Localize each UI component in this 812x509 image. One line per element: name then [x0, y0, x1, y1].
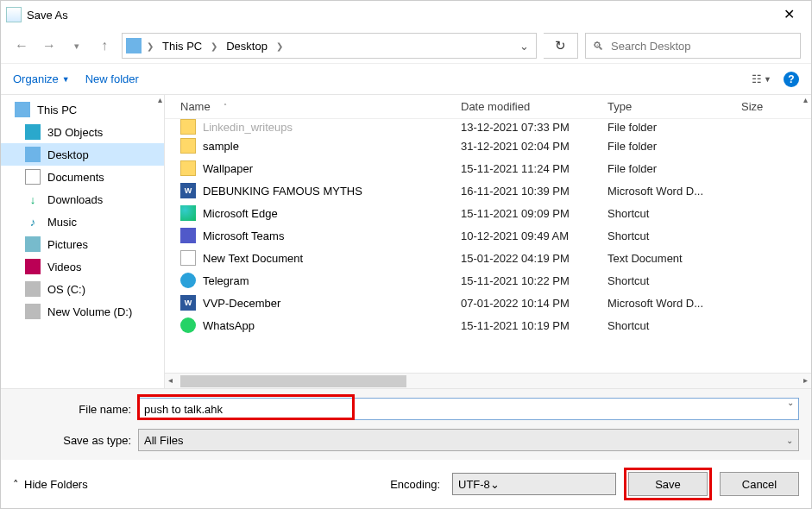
file-row[interactable]: New Text Document15-01-2022 04:19 PMText… [165, 247, 811, 269]
app-icon [6, 7, 22, 22]
music-icon: ♪ [25, 214, 41, 229]
new-folder-button[interactable]: New folder [85, 72, 139, 85]
encoding-combo[interactable]: UTF-8 ⌄ [452, 473, 616, 495]
column-type[interactable]: Type [607, 100, 741, 113]
file-row[interactable]: sample31-12-2021 02:04 PMFile folder [165, 135, 811, 157]
file-date: 10-12-2021 09:49 AM [461, 229, 607, 242]
cancel-button[interactable]: Cancel [720, 472, 799, 496]
folder-icon [180, 138, 196, 154]
search-placeholder: Search Desktop [611, 40, 691, 53]
doc-icon [25, 169, 41, 185]
file-name: sample [203, 140, 239, 153]
file-row[interactable]: WhatsApp15-11-2021 10:19 PMShortcut [165, 314, 811, 336]
folder-icon [180, 119, 196, 135]
nav-item-new-volume-d-[interactable]: New Volume (D:) [1, 300, 164, 323]
down-icon: ↓ [25, 192, 41, 207]
nav-item-desktop[interactable]: Desktop [1, 143, 164, 166]
chevron-right-icon[interactable]: ❯ [145, 41, 155, 51]
nav-this-pc[interactable]: This PC [1, 98, 164, 121]
txt-icon [180, 250, 196, 266]
nav-item-3d-objects[interactable]: 3D Objects [1, 121, 164, 143]
back-button[interactable]: ← [11, 35, 32, 56]
organize-button[interactable]: Organize▼ [13, 72, 70, 85]
pc-icon [15, 102, 30, 117]
scroll-up-icon[interactable]: ▴ [803, 95, 808, 104]
scroll-left-icon[interactable]: ◂ [168, 375, 173, 385]
nav-item-label: Music [47, 216, 77, 229]
breadcrumb-desktop[interactable]: Desktop [223, 40, 271, 53]
nav-item-videos[interactable]: Videos [1, 255, 164, 278]
pic-icon [25, 236, 41, 252]
file-date: 31-12-2021 02:04 PM [461, 140, 607, 153]
forward-button[interactable]: → [39, 35, 60, 56]
file-type: File folder [607, 121, 741, 134]
telegram-icon [180, 273, 196, 288]
scrollbar-thumb[interactable] [180, 375, 406, 387]
breadcrumb-dropdown[interactable]: ⌄ [515, 40, 532, 53]
monitor-icon [25, 147, 41, 162]
search-icon: 🔍︎ [593, 40, 604, 53]
file-row[interactable]: Microsoft Edge15-11-2021 09:09 PMShortcu… [165, 202, 811, 224]
column-name[interactable]: Name ˄ [180, 100, 461, 113]
nav-item-label: Desktop [47, 148, 89, 161]
column-headers[interactable]: Name ˄ Date modified Type Size [165, 95, 811, 119]
column-size[interactable]: Size [741, 100, 776, 113]
nav-item-label: Videos [47, 261, 82, 273]
nav-item-label: Pictures [47, 238, 88, 251]
file-row[interactable]: Telegram15-11-2021 10:22 PMShortcut [165, 269, 811, 292]
nav-item-downloads[interactable]: ↓Downloads [1, 188, 164, 211]
file-type: Shortcut [607, 229, 741, 242]
file-date: 13-12-2021 07:33 PM [461, 121, 607, 134]
file-type: Microsoft Word D... [607, 185, 741, 198]
file-type: Text Document [607, 252, 741, 265]
help-button[interactable]: ? [784, 72, 799, 87]
nav-item-label: Documents [47, 171, 104, 184]
savetype-combo[interactable]: All Files ⌄ [138, 429, 799, 451]
column-date[interactable]: Date modified [461, 100, 607, 113]
scroll-up-icon[interactable]: ▴ [158, 95, 162, 104]
file-row[interactable]: WVVP-December07-01-2022 10:14 PMMicrosof… [165, 292, 811, 314]
file-name: Microsoft Edge [203, 207, 278, 220]
search-input[interactable]: 🔍︎ Search Desktop [585, 33, 801, 59]
hide-folders-button[interactable]: ˄ Hide Folders [13, 478, 88, 491]
pc-icon [126, 38, 142, 53]
save-form: File name: ⌄ Save as type: All Files ⌄ [1, 388, 811, 460]
save-button[interactable]: Save [628, 472, 708, 496]
chevron-right-icon[interactable]: ❯ [274, 41, 285, 51]
navigation-pane: ▴ This PC 3D ObjectsDesktopDocuments↓Dow… [1, 95, 165, 388]
file-row[interactable]: Wallpaper15-11-2021 11:24 PMFile folder [165, 157, 811, 179]
close-button[interactable]: ✕ [771, 1, 806, 28]
nav-item-pictures[interactable]: Pictures [1, 233, 164, 255]
recent-locations-button[interactable]: ▾ [66, 35, 87, 56]
file-name: DEBUNKING FAMOUS MYTHS [203, 185, 362, 198]
file-date: 15-11-2021 10:19 PM [461, 319, 607, 332]
file-row[interactable]: WDEBUNKING FAMOUS MYTHS16-11-2021 10:39 … [165, 179, 811, 202]
nav-item-label: Downloads [47, 193, 103, 206]
refresh-button[interactable]: ↻ [544, 33, 578, 59]
file-name: Microsoft Teams [203, 229, 284, 242]
file-name: Telegram [203, 274, 249, 287]
up-button[interactable]: ↑ [94, 35, 115, 56]
horizontal-scrollbar[interactable]: ◂ ▸ [165, 373, 811, 388]
nav-item-os-c-[interactable]: OS (C:) [1, 278, 164, 300]
nav-item-music[interactable]: ♪Music [1, 211, 164, 233]
window-title: Save As [27, 9, 771, 22]
toolbar: Organize▼ New folder ☷ ▼ ? [1, 63, 811, 94]
scroll-right-icon[interactable]: ▸ [803, 375, 808, 385]
nav-item-documents[interactable]: Documents [1, 166, 164, 188]
filename-input[interactable] [138, 398, 799, 420]
address-bar: ← → ▾ ↑ ❯ This PC ❯ Desktop ❯ ⌄ ↻ 🔍︎ Sea… [1, 28, 811, 63]
teams-icon [180, 228, 196, 243]
3d-icon [25, 124, 41, 140]
word-icon: W [180, 183, 196, 198]
word-icon: W [180, 295, 196, 311]
chevron-down-icon[interactable]: ⌄ [787, 398, 794, 407]
file-row[interactable]: Microsoft Teams10-12-2021 09:49 AMShortc… [165, 224, 811, 247]
file-name: Wallpaper [203, 162, 253, 175]
breadcrumb[interactable]: ❯ This PC ❯ Desktop ❯ ⌄ [122, 33, 537, 59]
file-row[interactable]: Linkedin_writeups13-12-2021 07:33 PMFile… [165, 119, 811, 135]
view-options-button[interactable]: ☷ ▼ [752, 72, 771, 85]
file-name: Linkedin_writeups [203, 121, 293, 134]
breadcrumb-this-pc[interactable]: This PC [159, 40, 205, 53]
chevron-right-icon[interactable]: ❯ [209, 41, 219, 51]
